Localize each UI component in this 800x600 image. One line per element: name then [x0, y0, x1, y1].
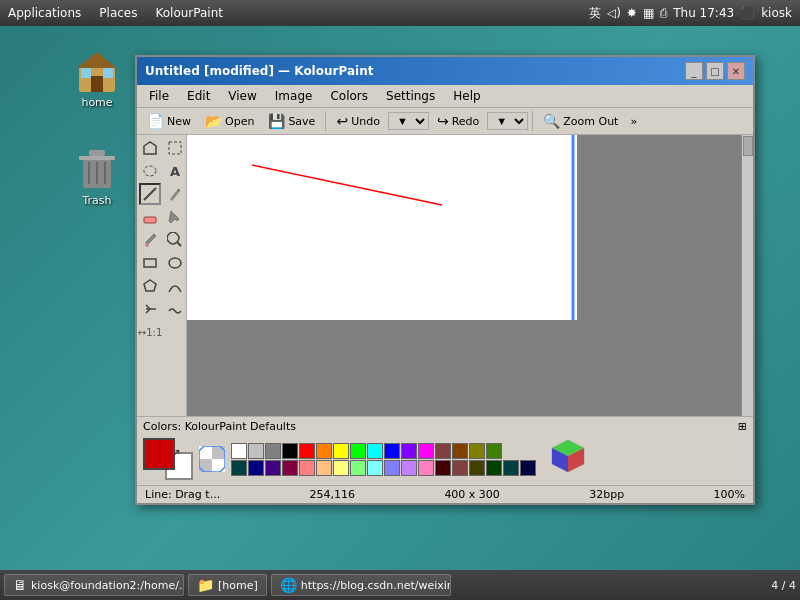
color-swatch[interactable]: [452, 460, 468, 476]
menu-settings[interactable]: Settings: [378, 87, 443, 105]
tool-ellipse-select[interactable]: [139, 160, 161, 182]
minimize-button[interactable]: _: [685, 62, 703, 80]
colors-expand[interactable]: ⊞: [738, 420, 747, 433]
tool-rect[interactable]: [139, 252, 161, 274]
tool-brush[interactable]: [164, 183, 186, 205]
save-button[interactable]: 💾 Save: [262, 110, 321, 132]
color-swatch[interactable]: [231, 443, 247, 459]
window-controls: _ □ ✕: [685, 62, 745, 80]
color-swatch[interactable]: [350, 460, 366, 476]
color-swatch[interactable]: [299, 443, 315, 459]
taskbar-browser[interactable]: 🌐 https://blog.csdn.net/weixin_...: [271, 574, 451, 596]
trash-icon[interactable]: Trash: [62, 140, 132, 211]
color-swatch[interactable]: [401, 443, 417, 459]
transparency-icon[interactable]: [197, 444, 227, 474]
tool-zoom-widget[interactable]: ↔1:1: [139, 321, 161, 343]
zoom-out-button[interactable]: 🔍 Zoom Out: [537, 110, 624, 132]
fg-bg-colors[interactable]: ↗: [143, 438, 193, 480]
menu-file[interactable]: File: [141, 87, 177, 105]
taskbar-terminal[interactable]: 🖥 kiosk@foundation2:/home/...: [4, 574, 184, 596]
redo-dropdown[interactable]: ▼: [487, 112, 528, 130]
menu-image[interactable]: Image: [267, 87, 321, 105]
new-button[interactable]: 📄 New: [141, 110, 197, 132]
taskbar-home-label: [home]: [218, 579, 258, 592]
tool-arrow[interactable]: [139, 298, 161, 320]
color-swatch[interactable]: [486, 443, 502, 459]
color-swatch[interactable]: [282, 460, 298, 476]
volume-icon[interactable]: ◁): [607, 6, 621, 20]
redo-button[interactable]: ↪ Redo: [431, 110, 485, 132]
tool-curve[interactable]: [164, 275, 186, 297]
menu-colors[interactable]: Colors: [322, 87, 376, 105]
color-swatch[interactable]: [367, 443, 383, 459]
open-label: Open: [225, 115, 254, 128]
tool-line[interactable]: [139, 183, 161, 205]
color-swatch[interactable]: [418, 443, 434, 459]
svg-marker-21: [144, 280, 156, 291]
color-swatch[interactable]: [248, 443, 264, 459]
undo-button[interactable]: ↩ Undo: [330, 110, 385, 132]
tool-text[interactable]: A: [164, 160, 186, 182]
bluetooth-icon[interactable]: ✸: [627, 6, 637, 20]
tool-select-rect[interactable]: [139, 137, 161, 159]
home-icon[interactable]: home: [62, 42, 132, 113]
tool-ellipse[interactable]: [164, 252, 186, 274]
tool-magnify[interactable]: [164, 229, 186, 251]
menu-edit[interactable]: Edit: [179, 87, 218, 105]
places-menu[interactable]: Places: [91, 4, 145, 22]
color-swatch[interactable]: [503, 460, 519, 476]
taskbar-home[interactable]: 📁 [home]: [188, 574, 267, 596]
color-swatch[interactable]: [333, 460, 349, 476]
color-swatch[interactable]: [333, 443, 349, 459]
maximize-button[interactable]: □: [706, 62, 724, 80]
color-swatch[interactable]: [469, 460, 485, 476]
color-swatch[interactable]: [231, 460, 247, 476]
tool-color-pick[interactable]: [139, 229, 161, 251]
trash-icon-img: [73, 144, 121, 192]
folder-icon: 📁: [197, 577, 214, 593]
menu-help[interactable]: Help: [445, 87, 488, 105]
open-button[interactable]: 📂 Open: [199, 110, 260, 132]
color-swatch[interactable]: [316, 460, 332, 476]
color-swatch[interactable]: [265, 460, 281, 476]
color-swatch[interactable]: [367, 460, 383, 476]
tool-wave[interactable]: [164, 298, 186, 320]
color-swatch[interactable]: [401, 460, 417, 476]
color-swatch[interactable]: [435, 443, 451, 459]
color-swatch[interactable]: [316, 443, 332, 459]
undo-dropdown[interactable]: ▼: [388, 112, 429, 130]
menu-view[interactable]: View: [220, 87, 264, 105]
color-swatch[interactable]: [350, 443, 366, 459]
tool-fill[interactable]: [164, 206, 186, 228]
applications-menu[interactable]: Applications: [0, 4, 89, 22]
color-swatch[interactable]: [469, 443, 485, 459]
canvas-container[interactable]: [187, 135, 753, 416]
color-swatch[interactable]: [265, 443, 281, 459]
color-swatch[interactable]: [520, 460, 536, 476]
lang-indicator[interactable]: 英: [589, 5, 601, 22]
tool-select[interactable]: [164, 137, 186, 159]
redo-icon: ↪: [437, 113, 449, 129]
color-swatch[interactable]: [418, 460, 434, 476]
canvas[interactable]: [187, 135, 577, 320]
color-swatch[interactable]: [384, 443, 400, 459]
trash-label: Trash: [82, 194, 111, 207]
color-swatch[interactable]: [435, 460, 451, 476]
toolbar-more[interactable]: »: [626, 113, 641, 130]
scrollbar-vertical[interactable]: [741, 135, 753, 416]
tool-polygon[interactable]: [139, 275, 161, 297]
home-icon-img: [73, 46, 121, 94]
close-button[interactable]: ✕: [727, 62, 745, 80]
tool-eraser[interactable]: [139, 206, 161, 228]
color-swatch[interactable]: [282, 443, 298, 459]
color-swatch[interactable]: [384, 460, 400, 476]
color-swatch[interactable]: [486, 460, 502, 476]
zoom-out-label: Zoom Out: [563, 115, 618, 128]
user-icon: ⬛: [740, 6, 755, 20]
svg-marker-1: [77, 52, 117, 68]
color-swatch[interactable]: [452, 443, 468, 459]
color-swatch[interactable]: [248, 460, 264, 476]
app-name-menu[interactable]: KolourPaint: [147, 4, 231, 22]
color-swatch[interactable]: [299, 460, 315, 476]
swap-colors-icon[interactable]: ↗: [171, 446, 181, 460]
